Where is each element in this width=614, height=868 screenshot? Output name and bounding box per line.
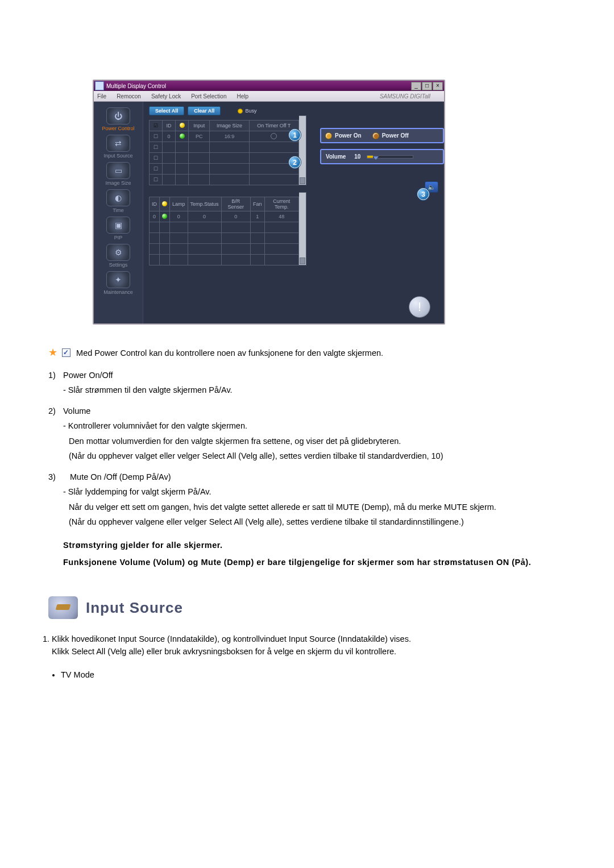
app-icon [95, 81, 104, 90]
sidebar-item-maintenance[interactable]: ✦ Maintenance [98, 271, 138, 295]
row-br: 0 [221, 211, 250, 222]
menu-remocon[interactable]: Remocon [117, 93, 141, 99]
menu-bar: File Remocon Safety Lock Port Selection … [94, 91, 444, 102]
sidebar-item-time[interactable]: ◐ Time [98, 189, 138, 213]
radio-icon [373, 133, 379, 139]
status-green-icon [180, 134, 185, 139]
row-image-size: 16:9 [210, 131, 249, 142]
star-icon: ★ [48, 347, 57, 358]
slider-handle-icon[interactable] [373, 156, 379, 160]
table-row[interactable]: ☐ [150, 164, 299, 175]
li3c: (Når du opphever valgene eller velger Se… [69, 516, 566, 528]
bullet-list: TV Mode [61, 668, 566, 681]
row-id: 0 [163, 131, 176, 142]
power-off-option[interactable]: Power Off [373, 132, 409, 139]
li2a: - Kontrollerer volumnivået for den valgt… [63, 420, 566, 432]
maximize-button[interactable]: □ [422, 82, 432, 90]
minimize-button[interactable]: _ [411, 82, 421, 90]
sidebar-item-pip[interactable]: ▣ PIP [98, 217, 138, 240]
alert-icon: ! [409, 296, 430, 318]
status-table: ID Lamp Temp.Status B/R Senser Fan Curre… [149, 197, 299, 265]
col-temp-status: Temp.Status [188, 197, 221, 211]
row-lamp: 0 [170, 211, 188, 222]
callout-1: 1 [289, 129, 301, 141]
col-id: ID [150, 197, 160, 211]
pip-icon: ▣ [106, 217, 130, 234]
col-input: Input [189, 121, 210, 131]
status-table-wrap: ID Lamp Temp.Status B/R Senser Fan Curre… [149, 192, 438, 265]
power-on-label: Power On [335, 132, 362, 139]
menu-safety-lock[interactable]: Safety Lock [151, 93, 181, 99]
radio-icon [326, 133, 331, 139]
row-status [176, 131, 189, 142]
sidebar-item-image-size[interactable]: ▭ Image Size [98, 162, 138, 186]
checkbox-icon [62, 348, 70, 357]
volume-panel: Volume 10 [320, 149, 444, 164]
title-bar: Multiple Display Control _ □ × [94, 81, 444, 91]
li2c: (Når du opphever valget eller velger Sel… [69, 450, 566, 462]
status-icon [162, 201, 167, 206]
table-row[interactable]: ☐ 0 PC 16:9 [150, 131, 299, 142]
bold1: Strømstyring gjelder for alle skjermer. [63, 539, 566, 551]
col-current-temp: Current Temp. [264, 197, 298, 211]
display-table: ☑ ID Input Image Size On Timer Off T ☐ 0… [149, 120, 299, 185]
numbered-list: Klikk hovedikonet Input Source (Inndatak… [52, 633, 566, 658]
speaker-icon: 🔈 [428, 184, 435, 191]
sidebar-item-power-control[interactable]: ⏻ Power Control [98, 107, 138, 131]
list-item: TV Mode [61, 668, 566, 681]
sidebar-item-settings[interactable]: ⚙ Settings [98, 244, 138, 268]
list-number: 2) [48, 405, 63, 463]
menu-help[interactable]: Help [237, 93, 248, 99]
table-row[interactable]: 0 0 0 0 1 48 [150, 211, 299, 222]
table-row[interactable]: ☐ [150, 175, 299, 185]
busy-indicator: Busy [238, 108, 256, 114]
menu-port-selection[interactable]: Port Selection [191, 93, 226, 99]
power-panel: Power On Power Off [320, 128, 444, 143]
table-row[interactable] [150, 244, 299, 255]
busy-label: Busy [245, 108, 256, 114]
row-fan: 1 [251, 211, 265, 222]
table-row[interactable] [150, 222, 299, 233]
toolbar: Select All Clear All Busy [149, 106, 438, 115]
table-row[interactable]: ☐ [150, 153, 299, 164]
list-item: Klikk hovedikonet Input Source (Inndatak… [52, 633, 566, 658]
callout-3: 3 [417, 188, 429, 200]
settings-icon: ⚙ [106, 244, 130, 261]
volume-slider[interactable] [367, 155, 413, 159]
col-check[interactable]: ☑ [150, 121, 163, 131]
table-scrollbar[interactable] [299, 115, 306, 185]
col-image-size: Image Size [210, 121, 249, 131]
col-status [176, 121, 189, 131]
right-panel: Power On Power Off Volume 10 🔈 [320, 128, 444, 170]
sidebar-label: Image Size [98, 180, 138, 186]
table-row[interactable]: ☐ [150, 142, 299, 153]
sidebar-item-input-source[interactable]: ⇄ Input Source [98, 135, 138, 159]
table-scrollbar[interactable] [299, 192, 306, 265]
volume-label: Volume [326, 153, 346, 160]
status-green-icon [162, 214, 167, 219]
list-number: 3) [48, 471, 63, 529]
brand-label: SAMSUNG DIGITall [380, 93, 430, 99]
row-id: 0 [150, 211, 160, 222]
col-fan: Fan [251, 197, 265, 211]
section-title: Input Source [86, 596, 183, 619]
li2-title: Volume [63, 405, 566, 417]
volume-value: 10 [354, 153, 360, 160]
table-row[interactable] [150, 233, 299, 244]
select-all-button[interactable]: Select All [149, 106, 184, 115]
table-row[interactable] [150, 255, 299, 265]
row-input: PC [189, 131, 210, 142]
menu-file[interactable]: File [97, 93, 106, 99]
busy-dot-icon [238, 109, 243, 114]
power-off-label: Power Off [382, 132, 409, 139]
input-source-icon: ⇄ [106, 135, 130, 152]
app-body: ⏻ Power Control ⇄ Input Source ▭ Image S… [94, 102, 444, 323]
power-on-option[interactable]: Power On [326, 132, 362, 139]
callout-2: 2 [289, 156, 301, 168]
close-button[interactable]: × [433, 82, 443, 90]
status-icon [180, 123, 185, 128]
clear-all-button[interactable]: Clear All [188, 106, 221, 115]
row-checkbox[interactable]: ☐ [150, 131, 163, 142]
li1-title: Power On/Off [63, 369, 566, 381]
maintenance-icon: ✦ [106, 271, 130, 288]
